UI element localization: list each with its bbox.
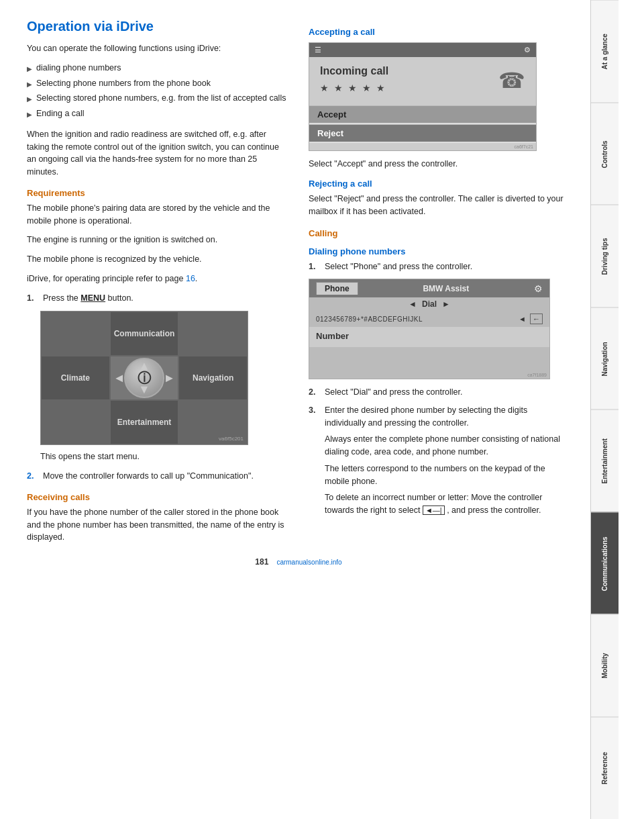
call-phone-icon: ☎ xyxy=(498,68,525,93)
idrive-cell-empty-tr xyxy=(178,311,248,356)
intro-text: You can operate the following functions … xyxy=(27,42,288,55)
call-image-watermark: ca6f7c21 xyxy=(309,143,536,150)
incoming-call-title: Incoming call xyxy=(320,65,388,77)
idrive-menu-image: Communication Climate ⓘ ▲ ▼ ◄ ► xyxy=(40,311,248,445)
main-content: Operation via iDrive You can operate the… xyxy=(0,0,590,819)
call-stars: ★ ★ ★ ★ ★ xyxy=(320,83,388,93)
step-number: 1. xyxy=(309,260,319,273)
feature-list: ▶ dialing phone numbers ▶ Selecting phon… xyxy=(27,62,288,120)
bullet-arrow-icon: ▶ xyxy=(27,64,32,74)
req-text-2: The engine is running or the ignition is… xyxy=(27,234,288,246)
dial-number-label: Number xyxy=(309,327,549,347)
idrive-cell-empty-bl xyxy=(41,400,110,444)
dial-note-1: Always enter the complete phone number c… xyxy=(325,433,570,459)
left-column: Operation via iDrive You can operate the… xyxy=(27,19,288,550)
dial-step-1: 1. Select "Phone" and press the controll… xyxy=(309,260,570,273)
calling-heading: Calling xyxy=(309,228,570,238)
idrive-grid: Communication Climate ⓘ ▲ ▼ ◄ ► xyxy=(41,311,248,444)
accepting-instruction: Select "Accept" and press the controller… xyxy=(309,158,570,171)
footer-logo: carmanualsonline.info xyxy=(276,559,341,566)
sidebar-tab-entertainment[interactable]: Entertainment xyxy=(591,410,619,512)
header-icon: ☰ xyxy=(315,46,321,54)
dial-settings-icon: ⚙ xyxy=(534,283,543,294)
step-2: 2. Move the controller forwards to call … xyxy=(27,470,288,483)
sidebar-tab-at-a-glance[interactable]: At a glance xyxy=(591,0,619,103)
phone-dial-image: Phone BMW Assist ⚙ ◄ Dial ► 0123456789+*… xyxy=(309,279,550,379)
step-number: 2. xyxy=(309,386,319,399)
page-title: Operation via iDrive xyxy=(27,19,288,34)
rejecting-call-heading: Rejecting a call xyxy=(309,179,570,189)
sidebar-tab-communications[interactable]: Communications xyxy=(591,512,619,615)
dial-empty-area xyxy=(309,347,549,371)
dial-step-3: 3. Enter the desired phone number by sel… xyxy=(309,404,570,517)
dial-note-3: To delete an incorrect number or letter:… xyxy=(325,491,570,517)
idrive-cell-center: ⓘ ▲ ▼ ◄ ► xyxy=(110,356,179,400)
sidebar-tab-driving-tips[interactable]: Driving tips xyxy=(591,205,619,307)
two-column-layout: Operation via iDrive You can operate the… xyxy=(27,19,570,550)
step-number: 2. xyxy=(27,470,38,483)
sidebar-tab-navigation[interactable]: Navigation xyxy=(591,307,619,410)
list-item: ▶ Selecting stored phone numbers, e.g. f… xyxy=(27,92,288,105)
sidebar-tab-reference[interactable]: Reference xyxy=(591,717,619,820)
call-info: Incoming call ★ ★ ★ ★ ★ xyxy=(320,65,388,101)
req-text-4: iDrive, for operating principle refer to… xyxy=(27,273,288,285)
reject-button: Reject xyxy=(309,124,536,142)
phone-tab: Phone xyxy=(316,282,358,295)
page-number: 181 xyxy=(255,557,268,567)
accepting-call-heading: Accepting a call xyxy=(309,27,570,37)
incoming-call-image: ☰ ⚙ Incoming call ★ ★ ★ ★ ★ ☎ Accept Rej… xyxy=(309,42,537,151)
backspace-symbol: ◄—| xyxy=(423,505,445,515)
dial-nav-row: ◄ Dial ► xyxy=(309,297,549,311)
step-1: 1. Press the MENU button. xyxy=(27,292,288,305)
idrive-cell-communication: Communication xyxy=(110,311,179,356)
call-header: ☰ ⚙ xyxy=(309,43,536,57)
dial-keypad-chars: 0123456789+*#ABCDEFGHIJKL xyxy=(316,316,515,323)
arrow-left-icon: ◄ xyxy=(113,371,125,385)
idrive-cell-entertainment: Entertainment xyxy=(110,400,179,444)
arrow-down-icon: ▼ xyxy=(138,383,150,397)
menu-text: MENU xyxy=(80,293,105,303)
dial-arrow-icon: ◄ xyxy=(519,315,526,323)
dialing-heading: Dialing phone numbers xyxy=(309,246,570,256)
bullet-arrow-icon: ▶ xyxy=(27,94,32,104)
dial-right-arrow: ► xyxy=(442,299,450,309)
sidebar-tab-controls[interactable]: Controls xyxy=(591,103,619,205)
call-body: Incoming call ★ ★ ★ ★ ★ ☎ xyxy=(309,57,536,105)
sidebar-tab-mobility[interactable]: Mobility xyxy=(591,614,619,717)
bmw-assist-tab: BMW Assist xyxy=(423,284,469,293)
req-text-1: The mobile phone's pairing data are stor… xyxy=(27,202,288,228)
list-item: ▶ Ending a call xyxy=(27,107,288,120)
dial-keypad-row: 0123456789+*#ABCDEFGHIJKL ◄ ← xyxy=(309,311,549,327)
settings-icon: ⚙ xyxy=(524,46,531,54)
dial-step-3-content: Enter the desired phone number by select… xyxy=(325,404,570,517)
step-number: 1. xyxy=(27,292,38,305)
list-item: ▶ Selecting phone numbers from the phone… xyxy=(27,77,288,90)
rejecting-text: Select "Reject" and press the controller… xyxy=(309,193,570,218)
list-item: ▶ dialing phone numbers xyxy=(27,62,288,75)
requirements-heading: Requirements xyxy=(27,188,288,198)
ignition-text: When the ignition and radio readiness ar… xyxy=(27,128,288,179)
arrow-up-icon: ▲ xyxy=(138,359,150,373)
dial-backspace-icon: ← xyxy=(530,314,543,324)
sidebar-tabs: At a glance Controls Driving tips Naviga… xyxy=(590,0,619,819)
accept-button: Accept xyxy=(309,105,536,123)
receiving-calls-heading: Receiving calls xyxy=(27,492,288,502)
dial-note-2: The letters correspond to the numbers on… xyxy=(325,463,570,488)
page-link[interactable]: 16 xyxy=(186,274,195,283)
idrive-caption: This opens the start menu. xyxy=(40,450,288,463)
bullet-arrow-icon: ▶ xyxy=(27,109,32,119)
image-watermark: va6f5c201 xyxy=(219,436,244,442)
dial-left-arrow: ◄ xyxy=(409,299,417,309)
bullet-arrow-icon: ▶ xyxy=(27,79,32,89)
right-column: Accepting a call ☰ ⚙ Incoming call ★ ★ ★… xyxy=(309,19,570,550)
step-number: 3. xyxy=(309,404,319,517)
idrive-cell-navigation: Navigation xyxy=(178,356,248,400)
dial-label: Dial xyxy=(422,299,437,309)
idrive-cell-empty-tl xyxy=(41,311,110,356)
dial-step-2: 2. Select "Dial" and press the controlle… xyxy=(309,386,570,399)
receiving-calls-text: If you have the phone number of the call… xyxy=(27,506,288,544)
req-text-3: The mobile phone is recognized by the ve… xyxy=(27,253,288,266)
page-footer: 181 carmanualsonline.info xyxy=(27,550,570,569)
call-info-row: Incoming call ★ ★ ★ ★ ★ ☎ xyxy=(320,65,525,101)
arrow-right-icon: ► xyxy=(164,371,176,385)
